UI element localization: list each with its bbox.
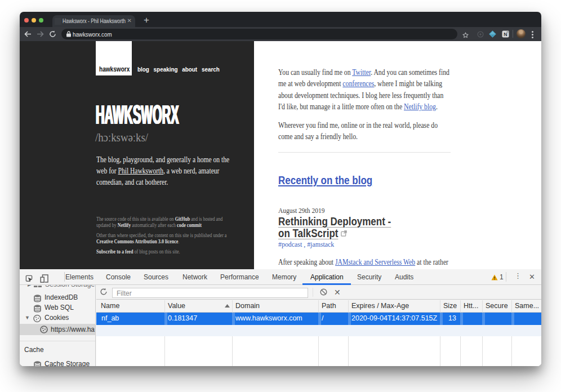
svg-text:N: N — [504, 32, 507, 37]
